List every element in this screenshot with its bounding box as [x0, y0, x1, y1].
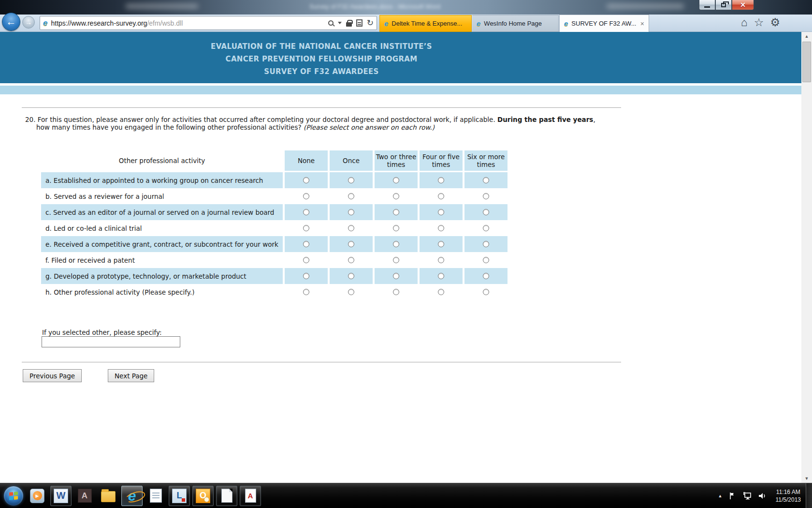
home-icon[interactable]: ⌂: [741, 17, 748, 28]
radio-button[interactable]: [438, 177, 444, 183]
taskbar-item-explorer[interactable]: [98, 486, 119, 506]
minimize-button[interactable]: [699, 0, 715, 10]
address-bar[interactable]: e https://www.research-survey.org/efm/ws…: [40, 16, 377, 30]
radio-button[interactable]: [438, 209, 444, 215]
tab-survey-active[interactable]: e SURVEY OF F32 AW... ×: [559, 15, 649, 32]
radio-button[interactable]: [303, 225, 309, 231]
clock[interactable]: 11:16 AM 11/5/2013: [773, 488, 804, 504]
radio-button[interactable]: [483, 241, 489, 247]
radio-cell: [330, 172, 373, 188]
radio-button[interactable]: [393, 225, 399, 231]
radio-cell: [464, 268, 508, 284]
radio-button[interactable]: [348, 225, 354, 231]
taskbar-item-pdf[interactable]: A: [240, 486, 261, 506]
taskbar-item-media-player[interactable]: ▶: [27, 486, 48, 506]
radio-button[interactable]: [393, 193, 399, 199]
radio-button[interactable]: [483, 257, 489, 263]
response-matrix: Other professional activity None Once Tw…: [41, 150, 508, 300]
tab-deltek[interactable]: e Deltek Time & Expense...: [379, 15, 472, 32]
radio-button[interactable]: [393, 241, 399, 247]
radio-button[interactable]: [303, 257, 309, 263]
hidden-icons-chevron-icon[interactable]: ▲: [718, 493, 723, 498]
radio-button[interactable]: [303, 289, 309, 295]
radio-cell: [420, 284, 463, 300]
radio-button[interactable]: [348, 177, 354, 183]
compatibility-view-icon[interactable]: [356, 19, 362, 27]
radio-button[interactable]: [303, 273, 309, 279]
radio-button[interactable]: [303, 177, 309, 183]
row-label: a. Established or appointed to a working…: [41, 172, 283, 188]
radio-button[interactable]: [393, 289, 399, 295]
radio-button[interactable]: [393, 177, 399, 183]
radio-button[interactable]: [438, 241, 444, 247]
chevron-down-icon[interactable]: [338, 22, 342, 24]
restore-button[interactable]: [715, 0, 732, 10]
favorites-star-icon[interactable]: ☆: [754, 17, 764, 28]
forward-button[interactable]: →: [22, 16, 35, 29]
radio-button[interactable]: [348, 209, 354, 215]
radio-button[interactable]: [438, 289, 444, 295]
scrollbar-thumb[interactable]: [802, 42, 811, 82]
question-text: 20. For this question, please answer onl…: [25, 116, 609, 131]
radio-button[interactable]: [483, 193, 489, 199]
taskbar-item-outlook[interactable]: O: [192, 486, 214, 506]
radio-button[interactable]: [393, 257, 399, 263]
back-button[interactable]: ←: [2, 13, 20, 31]
radio-button[interactable]: [483, 273, 489, 279]
radio-button[interactable]: [348, 273, 354, 279]
radio-button[interactable]: [348, 193, 354, 199]
radio-button[interactable]: [438, 273, 444, 279]
refresh-icon[interactable]: ↻: [367, 19, 374, 27]
taskbar-item-deltek[interactable]: L: [169, 486, 190, 506]
taskbar-item-document[interactable]: [216, 486, 237, 506]
taskbar-item-internet-explorer[interactable]: e: [121, 486, 143, 506]
radio-cell: [330, 236, 373, 252]
radio-cell: [420, 268, 463, 284]
divider: [22, 107, 621, 108]
radio-button[interactable]: [483, 209, 489, 215]
settings-gear-icon[interactable]: ⚙: [770, 17, 780, 28]
radio-button[interactable]: [483, 225, 489, 231]
show-desktop-button[interactable]: [806, 483, 812, 508]
taskbar-item-notepad[interactable]: [145, 486, 166, 506]
tab-wesinfo[interactable]: e WesInfo Home Page: [472, 15, 559, 32]
scroll-down-icon[interactable]: ▼: [801, 474, 812, 483]
radio-button[interactable]: [393, 273, 399, 279]
radio-button[interactable]: [303, 241, 309, 247]
radio-button[interactable]: [348, 289, 354, 295]
network-icon[interactable]: [743, 492, 752, 500]
radio-cell: [330, 284, 373, 300]
radio-button[interactable]: [348, 241, 354, 247]
tab-close-icon[interactable]: ×: [638, 20, 644, 28]
radio-button[interactable]: [438, 193, 444, 199]
scroll-up-icon[interactable]: ▲: [801, 32, 812, 41]
vertical-scrollbar[interactable]: ▲ ▼: [801, 32, 812, 483]
taskbar-item-acrobat[interactable]: A: [74, 486, 95, 506]
tab-label: Deltek Time & Expense...: [392, 20, 462, 27]
acrobat-icon: A: [78, 489, 92, 503]
radio-button[interactable]: [348, 257, 354, 263]
radio-cell: [285, 188, 328, 204]
action-center-flag-icon[interactable]: [729, 492, 737, 500]
radio-button[interactable]: [438, 225, 444, 231]
table-row: a. Established or appointed to a working…: [41, 172, 508, 188]
table-row: c. Served as an editor of a journal or s…: [41, 204, 508, 220]
column-header: Once: [330, 150, 373, 171]
previous-page-button[interactable]: Previous Page: [23, 369, 82, 382]
radio-button[interactable]: [303, 209, 309, 215]
next-page-button[interactable]: Next Page: [108, 369, 154, 382]
volume-icon[interactable]: [758, 492, 767, 500]
table-row: g. Developed a prototype, technology, or…: [41, 268, 508, 284]
internet-explorer-icon: e: [128, 489, 136, 503]
radio-cell: [420, 172, 463, 188]
radio-button[interactable]: [483, 177, 489, 183]
radio-button[interactable]: [483, 289, 489, 295]
close-button[interactable]: ✕: [732, 0, 754, 10]
radio-button[interactable]: [393, 209, 399, 215]
other-specify-input[interactable]: [42, 336, 180, 347]
start-button[interactable]: [3, 486, 24, 506]
taskbar-item-word[interactable]: W: [50, 486, 72, 506]
radio-button[interactable]: [438, 257, 444, 263]
radio-button[interactable]: [303, 193, 309, 199]
search-icon[interactable]: [328, 20, 334, 26]
